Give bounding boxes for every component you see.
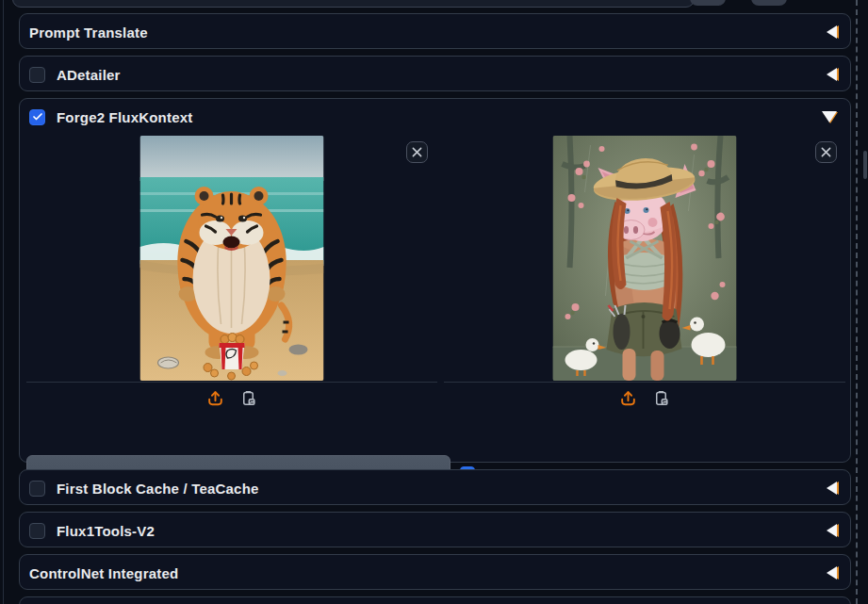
accordion-prompt-translate: Prompt Translate — [19, 13, 851, 49]
top-action-button-1[interactable] — [690, 0, 726, 6]
chevron-left-icon — [827, 482, 837, 495]
accordion-forge2-fluxkontext: Forge2 FluxKontext — [19, 98, 851, 463]
accordion-header-forge2[interactable]: Forge2 FluxKontext — [20, 99, 850, 135]
chevron-left-icon — [827, 566, 837, 580]
flux1tools-enable-checkbox[interactable] — [29, 523, 45, 539]
tiger-beach-image — [140, 136, 324, 381]
chevron-left-icon — [827, 524, 837, 537]
accordion-header-controlnet[interactable]: ControlNet Integrated — [20, 555, 850, 591]
chevron-left-icon — [827, 68, 837, 81]
chevron-left-icon — [827, 25, 837, 39]
clear-image-1-button[interactable] — [406, 141, 428, 163]
clipboard-paste-icon — [239, 389, 257, 407]
accordion-header-flux1tools[interactable]: Flux1Tools-V2 — [20, 513, 850, 548]
image-2-source-row — [444, 383, 845, 413]
chevron-down-icon — [822, 111, 837, 122]
kontext-image-2-component — [444, 136, 845, 412]
top-action-button-2[interactable] — [751, 0, 787, 6]
accordion-adetailer: ADetailer — [19, 56, 851, 91]
close-icon — [821, 147, 831, 157]
paste-image-1-button[interactable] — [237, 387, 259, 409]
upload-icon — [619, 389, 637, 407]
paste-image-2-button[interactable] — [650, 387, 672, 409]
accordion-flux1tools: Flux1Tools-V2 — [19, 512, 851, 547]
clipboard-paste-icon — [652, 389, 670, 407]
pig-woman-image — [553, 136, 737, 381]
kontext-image-1[interactable] — [140, 136, 324, 381]
check-icon — [32, 111, 43, 122]
close-icon — [412, 147, 422, 157]
accordion-header-adetailer[interactable]: ADetailer — [20, 57, 850, 92]
upload-image-1-button[interactable] — [205, 387, 226, 409]
accordion-label: ADetailer — [57, 67, 121, 83]
image-1-source-row — [26, 383, 437, 413]
forge2-content: swap Kontext 1 and 2 reduced size input(… — [20, 136, 850, 464]
accordion-controlnet: ControlNet Integrated — [19, 554, 851, 590]
kontext-image-2[interactable] — [553, 136, 737, 381]
clear-image-2-button[interactable] — [815, 141, 837, 163]
first-block-cache-enable-checkbox[interactable] — [29, 481, 45, 497]
accordion-first-block-cache: First Block Cache / TeaCache — [19, 469, 851, 505]
column-resize-handle[interactable] — [856, 0, 858, 604]
kontext-image-1-component — [26, 136, 437, 412]
accordion-header-first-block-cache[interactable]: First Block Cache / TeaCache — [20, 470, 850, 506]
forge2-enable-checkbox[interactable] — [29, 109, 45, 125]
scrollbar-thumb[interactable] — [863, 151, 867, 179]
accordion-label: Forge2 FluxKontext — [57, 109, 192, 125]
accordion-label: Flux1Tools-V2 — [57, 523, 155, 539]
app-canvas: Prompt Translate ADetailer Forge2 FluxKo… — [0, 0, 868, 604]
upload-image-2-button[interactable] — [617, 387, 639, 409]
accordion-header-prompt-translate[interactable]: Prompt Translate — [20, 14, 850, 50]
adetailer-enable-checkbox[interactable] — [29, 67, 45, 83]
accordion-label: ControlNet Integrated — [29, 565, 178, 581]
accordion-label: First Block Cache / TeaCache — [57, 481, 259, 497]
prompt-textarea[interactable] — [12, 0, 695, 8]
accordion-label: Prompt Translate — [29, 24, 148, 41]
upload-icon — [206, 389, 224, 407]
accordion-partial-next[interactable] — [19, 596, 851, 604]
column-border — [3, 0, 4, 604]
